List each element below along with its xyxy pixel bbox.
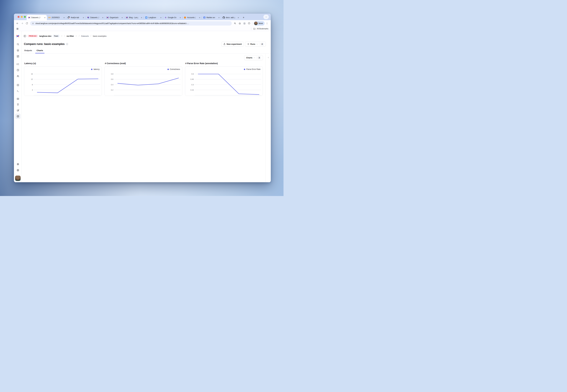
address-bar[interactable]: cloud.langfuse.com/project/cmfwgv8fx002o… (30, 21, 232, 26)
sidebar-item-dashboards[interactable] (15, 54, 21, 59)
all-bookmarks[interactable]: All Bookmarks (250, 28, 268, 30)
sidebar-item-sessions[interactable] (15, 67, 21, 73)
list-tree-icon (17, 63, 19, 66)
tab-title: Marlies we (207, 16, 217, 19)
profile-chip[interactable]: Work (254, 21, 265, 26)
browser-tab[interactable]: CO20250923 (47, 15, 66, 20)
charts-filter-button[interactable]: Charts 3 (244, 55, 263, 60)
tab-title: Organizatio (110, 16, 120, 19)
folder-icon (253, 28, 255, 30)
forward-button[interactable] (20, 21, 25, 26)
breadcrumb-current[interactable]: basic-examples (93, 35, 107, 37)
browser-tab[interactable]: Marlies we (202, 15, 221, 20)
browser-tab[interactable]: Datasets | l (86, 15, 105, 20)
svg-text:0.45: 0.45 (190, 78, 194, 80)
tab-search-button[interactable] (263, 15, 269, 19)
langfuse-app: PROD-EU langfuse-dev Team / no-filter / … (14, 31, 271, 182)
lightbulb-icon (17, 103, 19, 106)
sidebar-item-search[interactable] (15, 42, 21, 47)
user-avatar[interactable] (15, 176, 21, 181)
sidebar-item-annotation[interactable] (15, 108, 21, 113)
browser-tab[interactable]: Blog - Lang (124, 15, 143, 20)
bookmark-page-button[interactable] (237, 21, 242, 26)
panel-toggle-icon[interactable] (24, 35, 26, 37)
sidebar-item-home[interactable] (15, 47, 21, 53)
project-name[interactable]: no-filter (67, 35, 74, 37)
browser-tab[interactable]: Datasets | l (27, 15, 47, 20)
runs-button[interactable]: Runs 4 (245, 42, 266, 47)
sidebar-item-settings[interactable] (15, 161, 21, 167)
browser-tab[interactable]: feat(io-tab (66, 15, 85, 20)
site-settings-icon[interactable] (32, 22, 34, 25)
close-tab-icon[interactable] (102, 16, 104, 19)
svg-text:8: 8 (32, 84, 33, 86)
tab-outputs[interactable]: Outputs (24, 49, 32, 53)
browser-tab-strip: Datasets | lCO20250923feat(io-tabDataset… (14, 14, 271, 20)
close-window-button[interactable] (17, 16, 19, 18)
browser-tab[interactable]: Accounts | (183, 15, 202, 20)
sidebar-item-users[interactable] (15, 73, 21, 79)
new-tab-button[interactable]: + (241, 15, 245, 19)
percent-box-icon (17, 98, 19, 100)
sidebar-item-evaluation[interactable] (15, 96, 21, 101)
close-tab-icon[interactable] (63, 16, 65, 19)
breadcrumb-datasets[interactable]: Datasets (81, 35, 89, 37)
back-button[interactable] (15, 21, 20, 26)
browser-tab[interactable]: 6Langfuse - (144, 15, 163, 20)
github-favicon-icon (223, 16, 225, 19)
langfuse-favicon-icon (126, 16, 128, 19)
apps-grid-icon[interactable] (16, 28, 19, 30)
info-icon[interactable] (66, 43, 68, 45)
org-type-badge: Team (53, 35, 59, 37)
browser-tab[interactable]: docs: add g (221, 15, 240, 20)
close-tab-icon[interactable] (160, 16, 162, 19)
flask-icon (223, 43, 226, 45)
zoom-window-button[interactable] (24, 16, 26, 18)
close-tab-icon[interactable] (140, 16, 143, 19)
home-icon (17, 49, 19, 51)
close-tab-icon[interactable] (44, 16, 46, 19)
password-extension-button[interactable] (242, 21, 247, 26)
sidebar-item-playground[interactable] (15, 88, 21, 94)
browser-menu-button[interactable] (265, 21, 269, 26)
users-icon (17, 75, 19, 77)
chart-group: Latency (s)latency161284 (24, 62, 102, 96)
close-tab-icon[interactable] (237, 16, 240, 19)
close-tab-icon[interactable] (121, 16, 123, 19)
org-name[interactable]: langfuse-dev (39, 35, 51, 37)
sidebar-item-insights[interactable] (15, 102, 21, 107)
svg-text:0.6: 0.6 (111, 78, 113, 80)
tab-title: Accounts | (187, 16, 198, 19)
search-icon (17, 43, 19, 45)
collapse-panel-button[interactable] (267, 56, 270, 59)
calendar-favicon-icon: 6 (145, 16, 147, 19)
reload-icon (26, 22, 28, 25)
main-content: PROD-EU langfuse-dev Team / no-filter / … (22, 31, 271, 182)
close-tab-icon[interactable] (198, 16, 201, 19)
new-experiment-button[interactable]: New experiment (221, 42, 244, 47)
zoom-page-button[interactable] (233, 21, 237, 26)
minimize-window-button[interactable] (21, 16, 23, 18)
tab-charts[interactable]: Charts (36, 49, 43, 53)
new-experiment-label: New experiment (227, 43, 242, 45)
browser-toolbar: cloud.langfuse.com/project/cmfwgv8fx002o… (14, 20, 271, 27)
reload-button[interactable] (25, 21, 29, 26)
all-bookmarks-label: All Bookmarks (257, 28, 268, 30)
org-chevron-icon[interactable] (61, 35, 63, 37)
project-chevron-icon[interactable] (75, 35, 77, 37)
sidebar-item-datasets[interactable] (15, 113, 21, 119)
close-tab-icon[interactable] (179, 16, 181, 19)
close-tab-icon[interactable] (82, 16, 85, 19)
browser-tab[interactable]: Organizatio (105, 15, 124, 20)
runs-count-badge: 4 (260, 43, 264, 45)
svg-text:6: 6 (146, 17, 147, 18)
bookmarks-bar: All Bookmarks (14, 27, 271, 31)
sidebar-item-tracing[interactable] (15, 61, 21, 67)
sidebar-item-support[interactable] (15, 168, 21, 173)
close-tab-icon[interactable] (218, 16, 220, 19)
chevron-down-icon (265, 16, 267, 18)
sidebar-item-prompts[interactable] (15, 82, 21, 88)
bookmarks-separator (251, 28, 251, 30)
browser-tab[interactable]: Google Ge (163, 15, 182, 20)
extensions-button[interactable] (247, 21, 251, 26)
